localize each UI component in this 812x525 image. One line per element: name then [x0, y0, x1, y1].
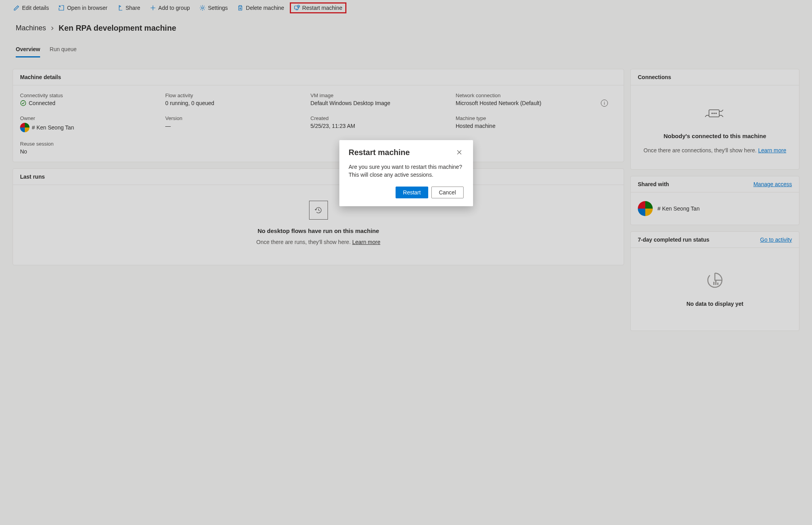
close-icon	[457, 150, 462, 155]
dialog-restart-button[interactable]: Restart	[396, 187, 428, 198]
dialog-title: Restart machine	[349, 148, 410, 157]
dialog-cancel-button[interactable]: Cancel	[431, 187, 464, 198]
restart-dialog: Restart machine Are you sure you want to…	[339, 140, 473, 206]
dialog-body: Are you sure you want to restart this ma…	[349, 163, 464, 179]
dialog-close-button[interactable]	[455, 148, 464, 157]
